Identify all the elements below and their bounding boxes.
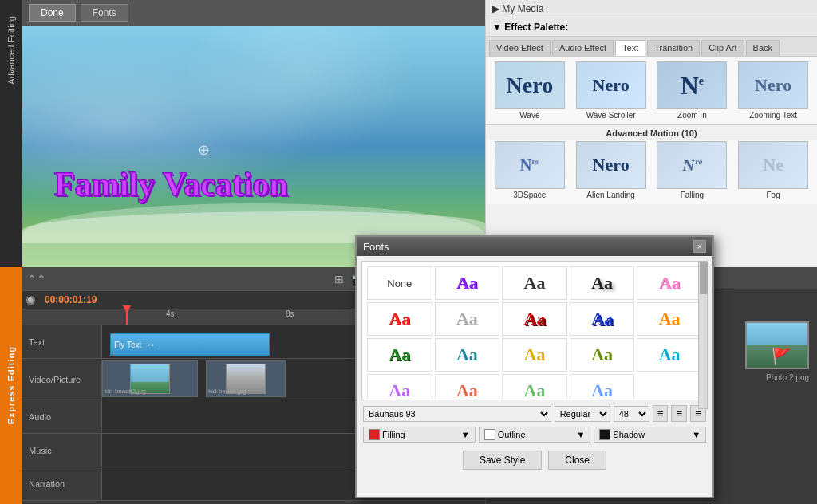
- font-cell-darkred[interactable]: Aa: [502, 302, 567, 336]
- shadow-dropdown-icon[interactable]: ▼: [692, 430, 701, 439]
- tab-video-effect[interactable]: Video Effect: [489, 40, 551, 56]
- track-label-text: Text: [22, 325, 102, 358]
- effect-3dspace[interactable]: Nro 3DSpace: [491, 141, 569, 199]
- effect-falling-label: Falling: [681, 191, 704, 199]
- effect-wave-scroller[interactable]: Nero Wave Scroller: [572, 61, 650, 120]
- collapse-icon[interactable]: ⌃⌃: [27, 273, 46, 285]
- font-cell-dark[interactable]: Aa: [502, 266, 567, 300]
- advanced-editing-label: Advanced Editing: [6, 16, 16, 85]
- effect-zoomin-label: Zoom In: [677, 111, 707, 120]
- tab-back[interactable]: Back: [746, 40, 780, 56]
- font-cell-p3[interactable]: Aa: [502, 374, 567, 400]
- tab-audio-effect[interactable]: Audio Effect: [552, 40, 614, 56]
- playhead[interactable]: [126, 309, 128, 325]
- track-label-music: Music: [22, 434, 102, 467]
- outline-dropdown-icon[interactable]: ▼: [576, 430, 585, 439]
- effect-wave[interactable]: Nero Wave: [491, 61, 569, 120]
- playhead-marker: [123, 305, 131, 313]
- font-style-select[interactable]: Regular: [555, 406, 610, 422]
- font-cell-green[interactable]: Aa: [367, 338, 432, 372]
- outline-label: Outline: [498, 430, 526, 439]
- font-cell-orange[interactable]: Aa: [637, 302, 702, 336]
- outline-button[interactable]: Outline ▼: [479, 427, 591, 443]
- effect-wavescroll-thumb: Nero: [576, 61, 646, 109]
- font-cell-red[interactable]: Aa: [367, 302, 432, 336]
- right-panel: My Media Effect Palette: Video Effect Au…: [485, 0, 817, 267]
- font-cell-gray[interactable]: Aa: [435, 302, 500, 336]
- filling-button[interactable]: Filling ▼: [363, 427, 476, 443]
- tab-clip-art[interactable]: Clip Art: [701, 40, 744, 56]
- effect-zoom-in[interactable]: N e Zoom In: [653, 61, 732, 120]
- align-left-button[interactable]: ≡: [653, 405, 669, 422]
- effect-alien-label: Alien Landing: [586, 191, 635, 199]
- effect-wave-thumb: Nero: [495, 61, 565, 109]
- effect-zooming-text[interactable]: Nero Zooming Text: [734, 61, 812, 120]
- clip-label-beach2: kid-beach2.jpg: [105, 388, 146, 395]
- effect-falling-thumb: Nro: [657, 141, 727, 189]
- effect-wave-label: Wave: [519, 111, 539, 120]
- fonts-grid-scrollbar[interactable]: [698, 261, 708, 409]
- font-cell-none[interactable]: None: [367, 266, 432, 300]
- close-dialog-button[interactable]: Close: [548, 451, 606, 470]
- effect-palette-header: Effect Palette:: [486, 18, 817, 37]
- fonts-button[interactable]: Fonts: [81, 4, 128, 22]
- grid-icon[interactable]: ⊞: [332, 273, 346, 285]
- effect-tabs: Video Effect Audio Effect Text Transitio…: [486, 37, 817, 57]
- font-cell-cyan[interactable]: Aa: [637, 338, 702, 372]
- fly-text-clip[interactable]: Fly Text ↔: [110, 333, 270, 356]
- preview-toolbar: Done Fonts: [22, 0, 485, 26]
- my-media-header[interactable]: My Media: [486, 0, 817, 18]
- photo-sky: [747, 323, 807, 345]
- effect-alien-thumb: Nero: [576, 141, 646, 189]
- font-cell-olive[interactable]: Aa: [570, 338, 635, 372]
- tab-transition[interactable]: Transition: [647, 40, 700, 56]
- fonts-grid: None Aa Aa Aa Aa Aa Aa Aa Aa Aa Aa Aa Aa…: [361, 261, 708, 400]
- font-name-select[interactable]: Bauhaus 93: [363, 406, 551, 422]
- effect-3dspace-thumb: Nro: [495, 141, 565, 189]
- preview-area: Family Vacation ⊕: [22, 26, 485, 267]
- done-button[interactable]: Done: [29, 4, 76, 22]
- video-clip-beach2[interactable]: kid-beach2.jpg: [102, 360, 198, 397]
- photo-label: Photo 2.png: [766, 373, 809, 382]
- effect-items-row2: Nro 3DSpace Nero Alien Landing Nro Falli…: [486, 140, 817, 204]
- fonts-dialog: Fonts × None Aa Aa Aa Aa Aa Aa Aa Aa Aa …: [355, 235, 714, 498]
- express-editing-sidebar: Express Editing: [0, 267, 22, 504]
- font-cell-yellow[interactable]: Aa: [502, 338, 567, 372]
- align-center-button[interactable]: ≡: [671, 405, 687, 422]
- filling-label: Filling: [382, 430, 405, 439]
- font-controls: Bauhaus 93 Regular 48 ≡ ≡ ≡: [357, 405, 712, 425]
- font-cell-pink[interactable]: Aa: [637, 266, 702, 300]
- photo-thumb[interactable]: 🚩: [745, 321, 809, 369]
- advanced-motion-label: Advanced Motion (10): [486, 124, 817, 140]
- track-label-video: Video/Picture: [22, 359, 102, 400]
- filling-color-swatch: [369, 429, 380, 440]
- dialog-footer: Save Style Close: [357, 447, 712, 474]
- time-marker-8s: 8s: [286, 309, 294, 318]
- font-size-select[interactable]: 48: [614, 406, 649, 422]
- font-cell-blue[interactable]: Aa: [570, 302, 635, 336]
- tab-text[interactable]: Text: [615, 40, 645, 56]
- font-cell-p2[interactable]: Aa: [435, 374, 500, 400]
- video-clip-beach[interactable]: kid-beach.jpg: [206, 360, 286, 397]
- effect-fog-label: Fog: [767, 191, 780, 199]
- font-cell-p4[interactable]: Aa: [570, 374, 635, 400]
- font-cell-p1[interactable]: Aa: [367, 374, 432, 400]
- fly-text-handle[interactable]: ↔: [146, 339, 156, 350]
- time-label: 🔘: [26, 296, 40, 305]
- dialog-titlebar: Fonts ×: [357, 237, 712, 256]
- preview-title-text: Family Vacation: [54, 165, 288, 203]
- effect-fog[interactable]: Ne Fog: [734, 141, 812, 199]
- shadow-button[interactable]: Shadow ▼: [594, 427, 706, 443]
- scrollbar-thumb[interactable]: [700, 262, 708, 294]
- effect-alien-landing[interactable]: Nero Alien Landing: [572, 141, 650, 199]
- font-cell-purple[interactable]: Aa: [435, 266, 500, 300]
- save-style-button[interactable]: Save Style: [463, 451, 542, 470]
- filling-dropdown-icon[interactable]: ▼: [461, 430, 470, 439]
- express-editing-label: Express Editing: [6, 346, 16, 424]
- font-cell-teal[interactable]: Aa: [435, 338, 500, 372]
- effect-wavescroll-label: Wave Scroller: [586, 111, 636, 120]
- current-time-display: 00:00:01:19: [40, 293, 101, 307]
- font-cell-dark-shadow[interactable]: Aa: [570, 266, 635, 300]
- effect-falling[interactable]: Nro Falling: [653, 141, 732, 199]
- dialog-close-button[interactable]: ×: [693, 240, 706, 253]
